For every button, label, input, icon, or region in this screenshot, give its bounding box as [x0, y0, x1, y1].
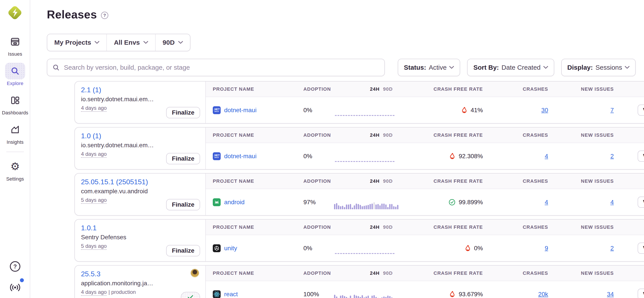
period-24h-toggle[interactable]: 24H: [370, 224, 380, 230]
sidebar-item-label: Insights: [6, 139, 24, 145]
avatar: [190, 269, 199, 277]
col-crashes: CRASHES: [523, 224, 548, 230]
new-issues-count-link[interactable]: 7: [610, 107, 614, 114]
release-table: PROJECT NAME ADOPTION 24H 90D CRASH FREE…: [206, 265, 644, 298]
release-summary: 2.1 (1) io.sentry.dotnet.maui.em… 4 days…: [75, 82, 206, 123]
project-cell: react: [213, 290, 298, 298]
new-issues-count-link[interactable]: 4: [610, 199, 614, 206]
chevron-down-icon: [94, 41, 100, 44]
period-24h-toggle[interactable]: 24H: [370, 178, 380, 184]
android-icon: [213, 198, 221, 206]
release-package: io.sentry.dotnet.maui.em…: [81, 96, 199, 103]
flame-icon: [461, 107, 468, 114]
period-90d-toggle[interactable]: 90D: [383, 270, 393, 276]
finalize-button[interactable]: Finalize: [166, 153, 200, 164]
project-link[interactable]: unity: [224, 245, 237, 252]
finalize-button[interactable]: Finalize: [166, 245, 200, 256]
crashes-count-link[interactable]: 9: [544, 245, 548, 252]
project-link[interactable]: dotnet-maui: [224, 107, 256, 114]
releases-help-icon[interactable]: ?: [101, 12, 108, 19]
crashes-count-link[interactable]: 20k: [538, 291, 548, 298]
crash-free-cell: 0%: [464, 245, 483, 252]
display-value: Sessions: [596, 64, 622, 71]
release-card: 25.5.3 application.monitoring.ja… 4 days…: [74, 265, 644, 298]
sidebar-item-issues[interactable]: Issues: [1, 33, 29, 57]
release-package: com.example.vu.android: [81, 188, 199, 195]
col-adoption: ADOPTION: [298, 86, 333, 92]
period-24h-toggle[interactable]: 24H: [370, 86, 380, 92]
col-chart-period: 24H 90D: [370, 270, 399, 276]
finalize-button[interactable]: Finalize: [166, 199, 200, 210]
view-button[interactable]: View: [638, 197, 644, 208]
issues-icon: [5, 33, 25, 50]
releases-page: Issues Explore Dashboa: [0, 0, 644, 298]
release-version-link[interactable]: 1.0.1: [81, 224, 96, 232]
crash-free-cell: 92.308%: [449, 153, 483, 160]
finalized-check-button[interactable]: [181, 292, 200, 298]
crash-free-icon: [448, 199, 456, 206]
whats-new-button[interactable]: [9, 281, 21, 292]
project-link[interactable]: dotnet-maui: [224, 153, 256, 160]
new-issues-count-link[interactable]: 2: [610, 245, 614, 252]
adoption-value: 0%: [298, 153, 333, 160]
crash-free-cell: 99.899%: [448, 199, 483, 206]
project-filter-dropdown[interactable]: My Projects: [47, 34, 106, 51]
release-version-link[interactable]: 2.1 (1): [81, 86, 101, 94]
display-label: Display:: [568, 64, 593, 71]
sort-by-dropdown[interactable]: Sort By: Date Created: [467, 59, 554, 76]
view-button[interactable]: View: [638, 288, 644, 298]
col-crashes: CRASHES: [523, 178, 548, 184]
new-issues-count-link[interactable]: 2: [610, 153, 614, 160]
finalize-button[interactable]: Finalize: [166, 107, 200, 118]
date-range-dropdown[interactable]: 90D: [155, 34, 190, 51]
org-logo[interactable]: [7, 5, 23, 21]
dotnet-maui-icon: .NETMAUI: [213, 152, 221, 160]
status-dropdown[interactable]: Status: Active: [398, 59, 460, 76]
view-button[interactable]: View: [638, 151, 644, 162]
release-table: PROJECT NAME ADOPTION 24H 90D CRASH FREE…: [206, 219, 644, 261]
crashes-count-link[interactable]: 4: [544, 153, 548, 160]
new-issues-count-link[interactable]: 34: [607, 291, 614, 298]
help-icon[interactable]: ?: [10, 261, 20, 272]
environment-filter-dropdown[interactable]: All Envs: [106, 34, 155, 51]
period-90d-toggle[interactable]: 90D: [383, 178, 393, 184]
sidebar-item-settings[interactable]: ⚙ Settings: [1, 158, 29, 182]
toolbar: Status: Active Sort By: Date Created Dis…: [47, 59, 636, 76]
adoption-value: 97%: [298, 199, 333, 206]
search-input[interactable]: [47, 59, 385, 76]
crashes-count-link[interactable]: 30: [541, 107, 548, 114]
release-package: Sentry Defenses: [81, 234, 199, 241]
release-age: 4 days ago: [81, 289, 106, 296]
flame-icon: [464, 245, 471, 252]
crash-free-value: 92.308%: [458, 153, 483, 160]
period-90d-toggle[interactable]: 90D: [383, 224, 393, 230]
col-new-issues: NEW ISSUES: [581, 86, 614, 92]
release-version-link[interactable]: 1.0 (1): [81, 132, 101, 140]
view-button[interactable]: View: [638, 242, 644, 254]
sidebar-item-explore[interactable]: Explore: [1, 63, 29, 86]
crash-free-cell: 41%: [461, 107, 483, 114]
display-dropdown[interactable]: Display: Sessions: [561, 59, 636, 76]
period-90d-toggle[interactable]: 90D: [383, 132, 393, 138]
crashes-count-link[interactable]: 4: [544, 199, 548, 206]
crash-free-icon: [461, 107, 468, 114]
period-24h-toggle[interactable]: 24H: [370, 270, 380, 276]
adoption-sparkline: [333, 201, 399, 209]
view-button[interactable]: View: [638, 105, 644, 116]
period-24h-toggle[interactable]: 24H: [370, 132, 380, 138]
sidebar-item-insights[interactable]: Insights: [1, 121, 29, 145]
environment-filter-value: All Envs: [114, 39, 140, 46]
period-90d-toggle[interactable]: 90D: [383, 86, 393, 92]
adoption-sparkline: [333, 109, 399, 117]
project-link[interactable]: react: [224, 291, 238, 298]
flame-icon: [449, 153, 456, 160]
release-version-link[interactable]: 25.05.15.1 (2505151): [81, 178, 148, 186]
crash-free-value: 41%: [471, 107, 483, 114]
release-version-link[interactable]: 25.5.3: [81, 270, 100, 278]
main-content: Releases ? My Projects All Envs 90D: [30, 0, 644, 298]
table-header-row: PROJECT NAME ADOPTION 24H 90D CRASH FREE…: [206, 174, 644, 189]
sidebar-item-dashboards[interactable]: Dashboards: [1, 92, 29, 116]
search-box: [47, 59, 385, 76]
project-link[interactable]: android: [224, 199, 244, 206]
sidebar-item-label: Settings: [6, 176, 24, 182]
